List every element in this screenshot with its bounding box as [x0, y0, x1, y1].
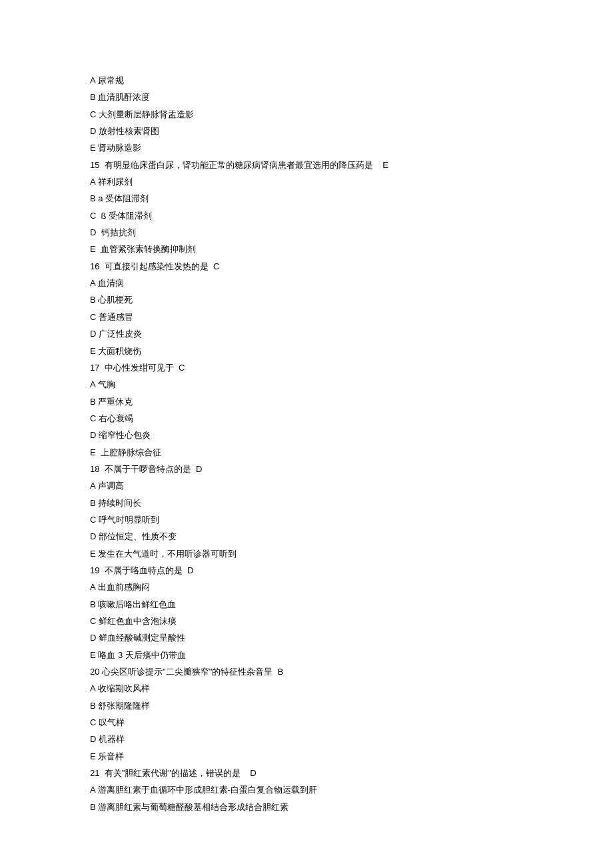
question-line: 21 有关"胆红素代谢"的描述，错误的是 D: [90, 765, 613, 781]
text-line: E 大面积烧伤: [90, 343, 613, 359]
question-line: 19 不属于咯血特点的是 D: [90, 562, 613, 579]
text-line: D 鲜血经酸碱测定呈酸性: [90, 629, 613, 646]
question-line: 18 不属于干啰音特点的是 D: [90, 461, 613, 477]
text-line: B 严重休克: [90, 393, 613, 410]
question-line: 20 心尖区听诊提示"二尖瓣狭窄"的特征性杂音呈 B: [90, 663, 613, 680]
text-line: E 上腔静脉综合征: [90, 444, 613, 461]
text-line: C 呼气时明显听到: [90, 511, 613, 528]
question-line: 16 可直接引起感染性发热的是 C: [90, 258, 613, 275]
question-line: 17 中心性发绀可见于 C: [90, 359, 613, 376]
question-line: 15 有明显临床蛋白尿，肾功能正常的糖尿病肾病患者最宜选用的降压药是 E: [90, 157, 613, 173]
text-line: A 尿常规: [90, 72, 613, 89]
text-line: B 游离胆红素与葡萄糖醛酸基相结合形成结合胆红素: [90, 799, 613, 815]
text-line: A 声调高: [90, 477, 613, 494]
text-line: A 血清病: [90, 275, 613, 291]
text-line: A 气胸: [90, 376, 613, 393]
text-line: A 出血前感胸闷: [90, 579, 613, 595]
text-line: D 广泛性皮炎: [90, 325, 613, 342]
text-line: C 大剂量断层静脉肾盂造影: [90, 106, 613, 123]
text-line: B 血清肌酐浓度: [90, 89, 613, 105]
text-line: D 部位恒定、性质不变: [90, 528, 613, 545]
text-line: B 舒张期隆隆样: [90, 697, 613, 714]
text-line: D 机器样: [90, 731, 613, 747]
text-line: B 咳嗽后咯出鲜红色血: [90, 596, 613, 613]
text-line: C 右心衰竭: [90, 410, 613, 427]
text-line: E 发生在大气道时，不用听诊器可听到: [90, 545, 613, 562]
text-line: A 祥利尿剂: [90, 173, 613, 190]
text-line: B a 受体阻滞剂: [90, 190, 613, 207]
document-content: A 尿常规 B 血清肌酐浓度 C 大剂量断层静脉肾盂造影 D 放射性核素肾图 E…: [90, 72, 613, 815]
text-line: C 叹气样: [90, 714, 613, 731]
text-line: B 持续时间长: [90, 495, 613, 511]
text-line: E 血管紧张素转换酶抑制剂: [90, 241, 613, 257]
text-line: D 钙拮抗剂: [90, 224, 613, 241]
text-line: C 鲜红色血中含泡沫痰: [90, 613, 613, 629]
text-line: A 收缩期吹风样: [90, 680, 613, 697]
text-line: E 肾动脉造影: [90, 139, 613, 156]
document-page: A 尿常规 B 血清肌酐浓度 C 大剂量断层静脉肾盂造影 D 放射性核素肾图 E…: [0, 0, 613, 868]
text-line: D 放射性核素肾图: [90, 123, 613, 139]
text-line: D 缩窄性心包炎: [90, 427, 613, 443]
text-line: B 心肌梗死: [90, 291, 613, 308]
text-line: A 游离胆红素于血循环中形成胆红素-白蛋白复合物运载到肝: [90, 781, 613, 798]
text-line: E 乐音样: [90, 748, 613, 765]
text-line: E 咯血 3 天后痰中仍带血: [90, 647, 613, 663]
text-line: C 普通感冒: [90, 309, 613, 325]
text-line: C ß 受体阻滞剂: [90, 207, 613, 224]
